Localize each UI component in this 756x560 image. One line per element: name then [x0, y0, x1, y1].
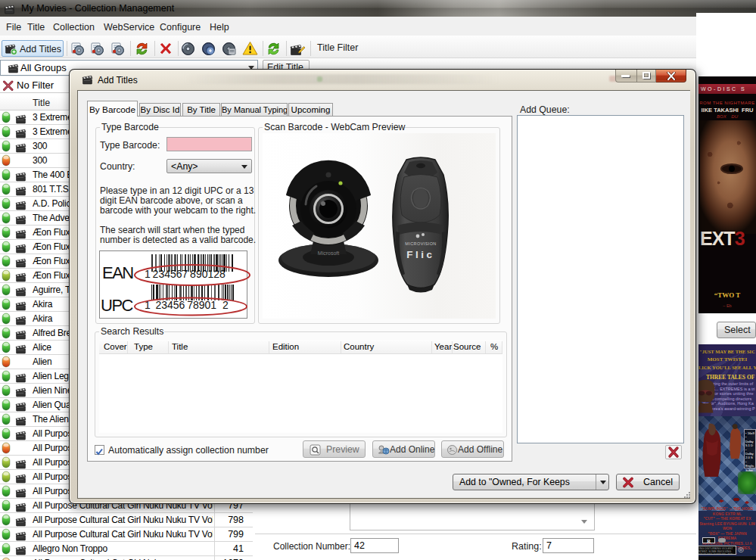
svg-text:Flic: Flic	[406, 249, 434, 260]
svg-text:Microsoft: Microsoft	[318, 250, 339, 256]
svg-text:MICROVISION: MICROVISION	[405, 241, 436, 246]
